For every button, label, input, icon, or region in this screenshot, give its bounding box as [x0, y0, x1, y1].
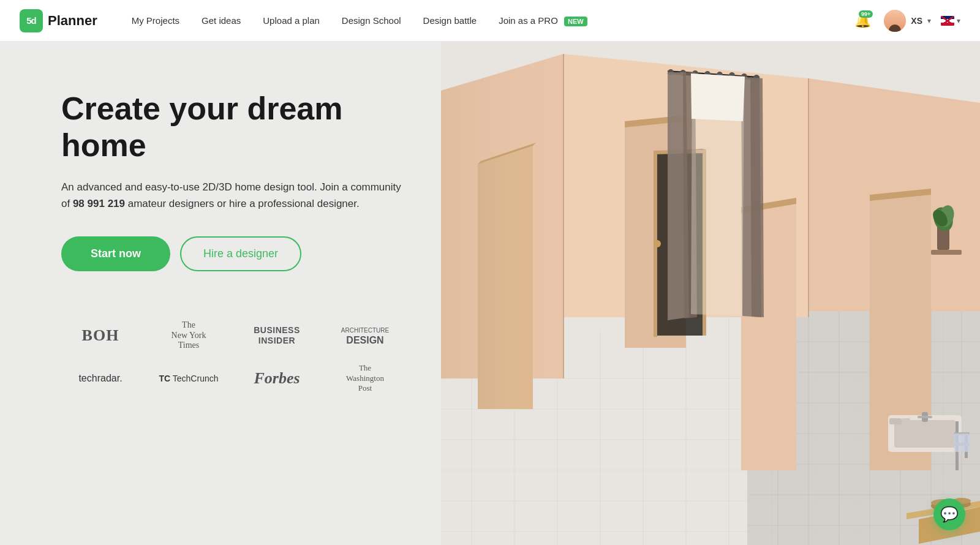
- start-now-button[interactable]: Start now: [61, 236, 170, 271]
- hero-title: Create your dream home: [61, 91, 404, 164]
- hero-section: Create your dream home An advanced and e…: [0, 42, 441, 545]
- press-logos: BOH TheNew YorkTimes BUSINESSINSIDER ARC…: [61, 320, 404, 394]
- nav-get-ideas[interactable]: Get ideas: [192, 10, 251, 31]
- press-logo-forbes: Forbes: [238, 363, 316, 394]
- press-logo-techradar: techradar.: [61, 363, 140, 394]
- hire-designer-button[interactable]: Hire a designer: [180, 236, 301, 271]
- user-initials: XS: [911, 16, 922, 26]
- nav-design-school[interactable]: Design School: [332, 10, 411, 31]
- nav-upload-plan[interactable]: Upload a plan: [253, 10, 330, 31]
- press-logo-techcrunch: TC TechCrunch: [149, 363, 228, 394]
- press-logo-boh: BOH: [61, 320, 140, 351]
- svg-rect-76: [902, 418, 910, 424]
- nav: My Projects Get ideas Upload a plan Desi…: [122, 10, 851, 31]
- notification-count: 99+: [859, 10, 873, 18]
- svg-marker-63: [750, 77, 764, 317]
- language-selector[interactable]: ▾: [941, 16, 960, 26]
- pro-badge: NEW: [564, 17, 587, 26]
- main-content: Create your dream home An advanced and e…: [0, 42, 980, 545]
- press-logo-nyt: TheNew YorkTimes: [149, 320, 228, 351]
- svg-marker-65: [691, 73, 745, 121]
- flag-icon: [941, 16, 954, 26]
- svg-marker-39: [478, 146, 533, 409]
- user-menu[interactable]: XS ▾: [884, 10, 931, 32]
- press-logo-bi: BUSINESSINSIDER: [238, 320, 316, 351]
- logo-icon: 5d: [20, 9, 43, 32]
- nav-my-projects[interactable]: My Projects: [122, 10, 189, 31]
- svg-rect-81: [954, 434, 970, 452]
- press-logo-ad: ARCHITECTUREDESIGN: [326, 320, 404, 351]
- avatar: [884, 10, 906, 32]
- chat-icon: 💬: [940, 506, 959, 523]
- nav-design-battle[interactable]: Design battle: [413, 10, 487, 31]
- avatar-face: [884, 10, 906, 32]
- press-logo-washpost: TheWashingtonPost: [326, 363, 404, 394]
- svg-rect-66: [931, 250, 962, 255]
- room-illustration: [441, 42, 980, 545]
- svg-rect-74: [918, 416, 932, 418]
- chat-button[interactable]: 💬: [933, 498, 965, 530]
- nav-join-pro[interactable]: Join as a PRO NEW: [489, 10, 597, 31]
- notifications-button[interactable]: 🔔 99+: [851, 9, 874, 32]
- svg-rect-75: [889, 418, 902, 424]
- hero-subtitle: An advanced and easy-to-use 2D/3D home d…: [61, 179, 404, 212]
- logo-text: Planner: [48, 13, 97, 29]
- chevron-down-icon: ▾: [927, 17, 931, 25]
- svg-point-90: [654, 240, 661, 247]
- header: 5d Planner My Projects Get ideas Upload …: [0, 0, 980, 42]
- logo[interactable]: 5d Planner: [20, 9, 97, 32]
- header-right: 🔔 99+ XS ▾ ▾: [851, 9, 960, 32]
- lang-chevron-icon: ▾: [957, 17, 960, 25]
- cta-buttons: Start now Hire a designer: [61, 236, 404, 271]
- room-visual: [441, 42, 980, 545]
